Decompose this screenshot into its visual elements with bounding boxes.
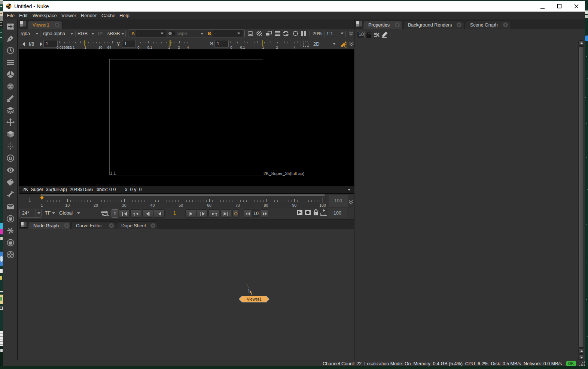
- svg-text:D: D: [9, 156, 12, 161]
- svg-text:1: 1: [248, 289, 250, 293]
- svg-text:i: i: [345, 45, 346, 47]
- svg-text:Viewer1: Viewer1: [247, 297, 262, 301]
